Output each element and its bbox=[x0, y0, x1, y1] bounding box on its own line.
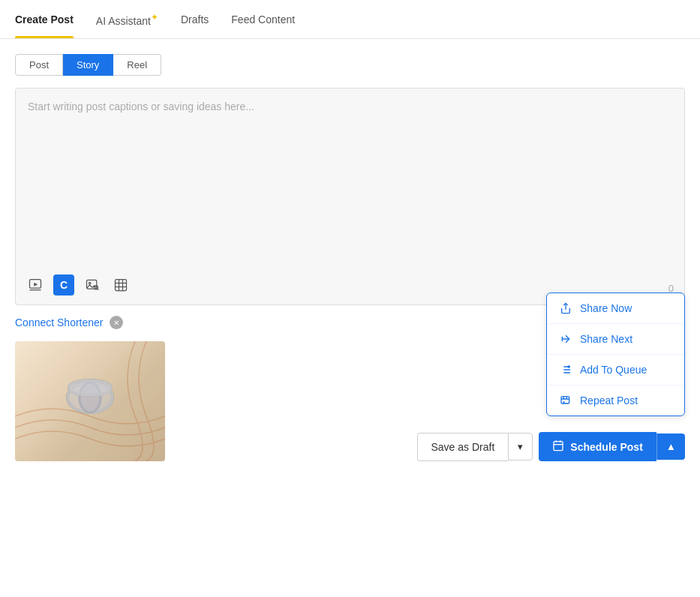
share-next-icon bbox=[559, 333, 572, 345]
table-icon[interactable] bbox=[110, 274, 131, 296]
top-nav: Create Post AI Assistant✦ Drafts Feed Co… bbox=[0, 0, 700, 39]
caption-placeholder: Start writing post captions or saving id… bbox=[28, 100, 672, 112]
repeat-post-item[interactable]: Repeat Post bbox=[547, 386, 684, 416]
connect-shortener-link[interactable]: Connect Shortener bbox=[15, 316, 104, 328]
tab-reel[interactable]: Reel bbox=[113, 54, 161, 76]
action-dropdown: Share Now Share Next bbox=[546, 292, 685, 416]
add-to-queue-item[interactable]: Add To Queue bbox=[547, 355, 684, 386]
tab-story[interactable]: Story bbox=[63, 54, 113, 76]
calendar-icon bbox=[552, 440, 564, 454]
image-preview-inner bbox=[15, 341, 165, 461]
image-preview bbox=[15, 341, 165, 461]
background-lines bbox=[15, 341, 165, 461]
tab-post[interactable]: Post bbox=[15, 54, 63, 76]
save-draft-button[interactable]: Save as Draft bbox=[417, 433, 509, 461]
schedule-post-button[interactable]: Schedule Post bbox=[539, 432, 656, 461]
bottom-action-bar: Save as Draft ▾ Schedule Post ▲ bbox=[417, 432, 686, 461]
share-now-item[interactable]: Share Now bbox=[547, 293, 684, 324]
nav-drafts[interactable]: Drafts bbox=[181, 2, 209, 38]
nav-ai-assistant-label: AI Assistant bbox=[96, 14, 151, 26]
post-type-tabs: Post Story Reel bbox=[15, 54, 685, 76]
ai-star-icon: ✦ bbox=[151, 12, 158, 22]
repeat-post-icon bbox=[559, 394, 572, 406]
svg-point-4 bbox=[89, 282, 91, 284]
svg-rect-33 bbox=[554, 442, 563, 451]
share-now-label: Share Now bbox=[580, 302, 632, 314]
nav-create-post[interactable]: Create Post bbox=[15, 2, 74, 38]
nav-feed-content-label: Feed Content bbox=[231, 14, 295, 26]
svg-line-6 bbox=[98, 289, 98, 290]
add-to-queue-icon bbox=[559, 364, 572, 376]
nav-ai-assistant[interactable]: AI Assistant✦ bbox=[96, 0, 158, 38]
share-next-item[interactable]: Share Next bbox=[547, 324, 684, 355]
close-shortener-icon[interactable]: ✕ bbox=[110, 316, 123, 329]
main-content: Post Story Reel Start writing post capti… bbox=[0, 39, 700, 476]
nav-create-post-label: Create Post bbox=[15, 14, 74, 26]
schedule-chevron-button[interactable]: ▲ bbox=[656, 434, 685, 460]
save-draft-chevron-button[interactable]: ▾ bbox=[508, 433, 533, 460]
chevron-down-icon: ▾ bbox=[518, 441, 523, 452]
content-icon[interactable]: C bbox=[53, 274, 74, 296]
media-icon[interactable] bbox=[25, 274, 46, 296]
add-to-queue-label: Add To Queue bbox=[580, 364, 647, 376]
chevron-up-icon: ▲ bbox=[666, 441, 676, 452]
image-search-icon[interactable] bbox=[82, 274, 103, 296]
share-now-icon bbox=[559, 302, 572, 314]
nav-feed-content[interactable]: Feed Content bbox=[231, 2, 295, 38]
caption-toolbar: C bbox=[25, 274, 131, 296]
nav-drafts-label: Drafts bbox=[181, 14, 209, 26]
content-icon-label: C bbox=[60, 279, 68, 291]
schedule-post-label: Schedule Post bbox=[570, 441, 642, 453]
share-next-label: Share Next bbox=[580, 333, 632, 345]
svg-rect-7 bbox=[116, 280, 127, 291]
caption-area[interactable]: Start writing post captions or saving id… bbox=[15, 88, 685, 305]
svg-marker-1 bbox=[34, 283, 38, 286]
svg-rect-29 bbox=[561, 397, 569, 404]
repeat-post-label: Repeat Post bbox=[580, 394, 638, 406]
